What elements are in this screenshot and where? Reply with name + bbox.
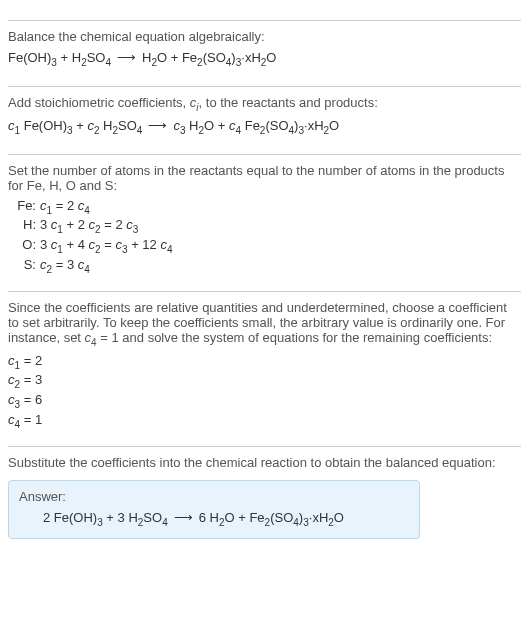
section-solve: Since the coefficients are relative quan… xyxy=(8,291,521,434)
text-b: , to the reactants and products: xyxy=(199,95,378,110)
t3b: O + xyxy=(204,118,229,133)
plus: + xyxy=(57,50,72,65)
row-o: O: 3 c1 + 4 c2 = c3 + 12 c4 xyxy=(8,236,521,256)
pre: 3 xyxy=(40,217,51,232)
t1: Fe(OH) xyxy=(24,118,67,133)
t4b: (SO xyxy=(265,118,288,133)
row-h: H: 3 c1 + 2 c2 = 2 c3 xyxy=(8,216,521,236)
product-1f: O xyxy=(266,50,276,65)
section-balance: Balance the chemical equation algebraica… xyxy=(8,20,521,74)
elem-label: O: xyxy=(8,237,40,255)
sub: 3 xyxy=(133,224,139,235)
eq: = 1 xyxy=(20,412,42,427)
eq: = 2 xyxy=(20,353,42,368)
t3a: H xyxy=(189,118,198,133)
elem-eq: c1 = 2 c4 xyxy=(40,198,90,216)
plus1: + 3 H xyxy=(103,510,138,525)
section-add-coefficients: Add stoichiometric coefficients, ci, to … xyxy=(8,86,521,142)
t4a: Fe xyxy=(245,118,260,133)
eq: = 2 xyxy=(101,217,127,232)
balance-intro: Balance the chemical equation algebraica… xyxy=(8,29,521,44)
elem-label: H: xyxy=(8,217,40,235)
eq: = 3 xyxy=(20,372,42,387)
reactant-1: Fe(OH) xyxy=(8,50,51,65)
sub: 4 xyxy=(167,244,173,255)
row-fe: Fe: c1 = 2 c4 xyxy=(8,197,521,217)
atoms-intro: Set the number of atoms in the reactants… xyxy=(8,163,521,193)
c1: 6 H xyxy=(199,510,219,525)
section-answer: Substitute the coefficients into the che… xyxy=(8,446,521,543)
element-table: Fe: c1 = 2 c4 H: 3 c1 + 2 c2 = 2 c3 O: 3… xyxy=(8,197,521,275)
coeff-intro: Add stoichiometric coefficients, ci, to … xyxy=(8,95,521,113)
eq: = xyxy=(101,237,116,252)
elem-label: Fe: xyxy=(8,198,40,216)
elem-eq: c2 = 3 c4 xyxy=(40,257,90,275)
t2a: H xyxy=(103,118,112,133)
eq: = 3 xyxy=(52,257,78,272)
coef-line: c2 = 3 xyxy=(8,371,521,391)
product-1c: (SO xyxy=(203,50,226,65)
c3: (SO xyxy=(270,510,293,525)
text-b: = 1 and solve the system of equations fo… xyxy=(97,330,492,345)
t2b: SO xyxy=(118,118,137,133)
elem-eq: 3 c1 + 4 c2 = c3 + 12 c4 xyxy=(40,237,172,255)
answer-intro: Substitute the coefficients into the che… xyxy=(8,455,521,470)
coef-line: c3 = 6 xyxy=(8,391,521,411)
product-1e: ·xH xyxy=(241,50,261,65)
elem-eq: 3 c1 + 2 c2 = 2 c3 xyxy=(40,217,138,235)
coeff-equation: c1 Fe(OH)3 + c2 H2SO4⟶c3 H2O + c4 Fe2(SO… xyxy=(8,116,521,138)
balanced-equation: 2 Fe(OH)3 + 3 H2SO4⟶6 H2O + Fe2(SO4)3·xH… xyxy=(19,508,409,530)
elem-label: S: xyxy=(8,257,40,275)
reactant-2a: H xyxy=(72,50,81,65)
eq: = 6 xyxy=(20,392,42,407)
answer-box: Answer: 2 Fe(OH)3 + 3 H2SO4⟶6 H2O + Fe2(… xyxy=(8,480,420,539)
coef-line: c4 = 1 xyxy=(8,411,521,431)
eq: = 2 xyxy=(52,198,78,213)
sub: 4 xyxy=(84,204,90,215)
c2: O + Fe xyxy=(225,510,265,525)
sub: 4 xyxy=(162,517,168,528)
unbalanced-equation: Fe(OH)3 + H2SO4⟶H2O + Fe2(SO4)3·xH2O xyxy=(8,48,521,70)
mid: + 2 xyxy=(63,217,89,232)
a: 2 Fe(OH) xyxy=(43,510,97,525)
arrow-icon: ⟶ xyxy=(168,510,199,525)
c6: O xyxy=(334,510,344,525)
pre: 3 xyxy=(40,237,51,252)
plus: + xyxy=(73,118,88,133)
product-1b: O + Fe xyxy=(157,50,197,65)
coef-line: c1 = 2 xyxy=(8,352,521,372)
mid: + 4 xyxy=(63,237,89,252)
coefficient-values: c1 = 2 c2 = 3 c3 = 6 c4 = 1 xyxy=(8,352,521,430)
section-atom-equations: Set the number of atoms in the reactants… xyxy=(8,154,521,279)
mid2: + 12 xyxy=(128,237,161,252)
reactant-2b: SO xyxy=(87,50,106,65)
answer-label: Answer: xyxy=(19,489,409,504)
arrow-icon: ⟶ xyxy=(142,118,173,133)
t4d: ·xH xyxy=(304,118,324,133)
solve-intro: Since the coefficients are relative quan… xyxy=(8,300,521,348)
arrow-icon: ⟶ xyxy=(111,50,142,65)
b2: SO xyxy=(143,510,162,525)
text-a: Add stoichiometric coefficients, xyxy=(8,95,190,110)
row-s: S: c2 = 3 c4 xyxy=(8,256,521,276)
sub: 4 xyxy=(84,263,90,274)
c5: ·xH xyxy=(309,510,329,525)
t4e: O xyxy=(329,118,339,133)
